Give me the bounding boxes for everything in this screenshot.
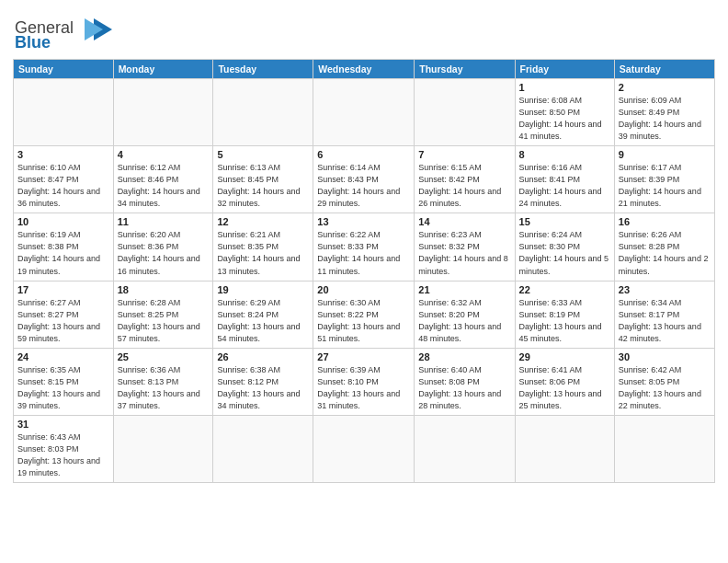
- day-info: Sunrise: 6:15 AM Sunset: 8:42 PM Dayligh…: [418, 162, 510, 210]
- col-header-saturday: Saturday: [614, 60, 714, 79]
- page: General Blue SundayMondayTuesdayWednesda…: [0, 0, 728, 563]
- calendar-cell: 10Sunrise: 6:19 AM Sunset: 8:38 PM Dayli…: [14, 213, 114, 281]
- day-number: 25: [118, 351, 210, 362]
- calendar-cell: 27Sunrise: 6:39 AM Sunset: 8:10 PM Dayli…: [313, 348, 415, 415]
- calendar-cell: 8Sunrise: 6:16 AM Sunset: 8:41 PM Daylig…: [515, 146, 614, 213]
- calendar-cell: 23Sunrise: 6:34 AM Sunset: 8:17 PM Dayli…: [614, 281, 714, 348]
- day-info: Sunrise: 6:17 AM Sunset: 8:39 PM Dayligh…: [619, 162, 711, 210]
- day-number: 22: [519, 284, 610, 295]
- calendar-week-row: 17Sunrise: 6:27 AM Sunset: 8:27 PM Dayli…: [14, 281, 715, 348]
- calendar-cell: [415, 415, 515, 482]
- day-number: 13: [317, 216, 410, 227]
- calendar-cell: [515, 415, 614, 482]
- day-number: 14: [418, 216, 510, 227]
- day-info: Sunrise: 6:21 AM Sunset: 8:35 PM Dayligh…: [217, 229, 309, 277]
- col-header-friday: Friday: [515, 60, 614, 79]
- day-info: Sunrise: 6:30 AM Sunset: 8:22 PM Dayligh…: [317, 297, 410, 345]
- day-number: 28: [418, 351, 510, 362]
- calendar-cell: 19Sunrise: 6:29 AM Sunset: 8:24 PM Dayli…: [213, 281, 313, 348]
- calendar-cell: 3Sunrise: 6:10 AM Sunset: 8:47 PM Daylig…: [14, 146, 114, 213]
- calendar-cell: 18Sunrise: 6:28 AM Sunset: 8:25 PM Dayli…: [113, 281, 213, 348]
- day-info: Sunrise: 6:29 AM Sunset: 8:24 PM Dayligh…: [217, 297, 309, 345]
- calendar-cell: [614, 415, 714, 482]
- day-number: 8: [519, 149, 610, 160]
- logo-wordmark: General Blue: [13, 9, 114, 53]
- calendar-cell: 16Sunrise: 6:26 AM Sunset: 8:28 PM Dayli…: [614, 213, 714, 281]
- calendar-cell: [14, 79, 114, 146]
- day-info: Sunrise: 6:32 AM Sunset: 8:20 PM Dayligh…: [418, 297, 510, 345]
- calendar-cell: 20Sunrise: 6:30 AM Sunset: 8:22 PM Dayli…: [313, 281, 415, 348]
- calendar-cell: [313, 415, 415, 482]
- calendar-cell: 12Sunrise: 6:21 AM Sunset: 8:35 PM Dayli…: [213, 213, 313, 281]
- day-number: 5: [217, 149, 309, 160]
- day-number: 15: [519, 216, 610, 227]
- day-number: 20: [317, 284, 410, 295]
- calendar-cell: 17Sunrise: 6:27 AM Sunset: 8:27 PM Dayli…: [14, 281, 114, 348]
- day-number: 29: [519, 351, 610, 362]
- calendar-week-row: 1Sunrise: 6:08 AM Sunset: 8:50 PM Daylig…: [14, 79, 715, 146]
- day-number: 2: [619, 82, 711, 93]
- day-info: Sunrise: 6:34 AM Sunset: 8:17 PM Dayligh…: [619, 297, 711, 345]
- calendar-cell: 29Sunrise: 6:41 AM Sunset: 8:06 PM Dayli…: [515, 348, 614, 415]
- day-info: Sunrise: 6:13 AM Sunset: 8:45 PM Dayligh…: [217, 162, 309, 210]
- day-info: Sunrise: 6:33 AM Sunset: 8:19 PM Dayligh…: [519, 297, 610, 345]
- calendar-cell: 15Sunrise: 6:24 AM Sunset: 8:30 PM Dayli…: [515, 213, 614, 281]
- calendar-header-row: SundayMondayTuesdayWednesdayThursdayFrid…: [14, 60, 715, 79]
- calendar-cell: 22Sunrise: 6:33 AM Sunset: 8:19 PM Dayli…: [515, 281, 614, 348]
- col-header-wednesday: Wednesday: [313, 60, 415, 79]
- day-info: Sunrise: 6:12 AM Sunset: 8:46 PM Dayligh…: [118, 162, 210, 210]
- logo: General Blue: [13, 9, 114, 53]
- calendar-cell: 4Sunrise: 6:12 AM Sunset: 8:46 PM Daylig…: [113, 146, 213, 213]
- col-header-monday: Monday: [113, 60, 213, 79]
- calendar-cell: 30Sunrise: 6:42 AM Sunset: 8:05 PM Dayli…: [614, 348, 714, 415]
- day-info: Sunrise: 6:42 AM Sunset: 8:05 PM Dayligh…: [619, 364, 711, 412]
- day-info: Sunrise: 6:19 AM Sunset: 8:38 PM Dayligh…: [17, 229, 109, 277]
- day-info: Sunrise: 6:23 AM Sunset: 8:32 PM Dayligh…: [418, 229, 510, 277]
- calendar-cell: 7Sunrise: 6:15 AM Sunset: 8:42 PM Daylig…: [415, 146, 515, 213]
- day-info: Sunrise: 6:43 AM Sunset: 8:03 PM Dayligh…: [17, 431, 109, 479]
- day-number: 26: [217, 351, 309, 362]
- calendar-week-row: 31Sunrise: 6:43 AM Sunset: 8:03 PM Dayli…: [14, 415, 715, 482]
- col-header-sunday: Sunday: [14, 60, 114, 79]
- day-info: Sunrise: 6:38 AM Sunset: 8:12 PM Dayligh…: [217, 364, 309, 412]
- day-number: 17: [17, 284, 109, 295]
- day-number: 21: [418, 284, 510, 295]
- calendar-cell: 14Sunrise: 6:23 AM Sunset: 8:32 PM Dayli…: [415, 213, 515, 281]
- day-number: 12: [217, 216, 309, 227]
- day-info: Sunrise: 6:08 AM Sunset: 8:50 PM Dayligh…: [519, 95, 610, 143]
- calendar-cell: 24Sunrise: 6:35 AM Sunset: 8:15 PM Dayli…: [14, 348, 114, 415]
- calendar-cell: [213, 79, 313, 146]
- calendar-cell: [415, 79, 515, 146]
- day-number: 9: [619, 149, 711, 160]
- day-info: Sunrise: 6:41 AM Sunset: 8:06 PM Dayligh…: [519, 364, 610, 412]
- day-number: 10: [17, 216, 109, 227]
- day-number: 4: [118, 149, 210, 160]
- calendar-cell: 5Sunrise: 6:13 AM Sunset: 8:45 PM Daylig…: [213, 146, 313, 213]
- day-info: Sunrise: 6:24 AM Sunset: 8:30 PM Dayligh…: [519, 229, 610, 277]
- calendar-week-row: 24Sunrise: 6:35 AM Sunset: 8:15 PM Dayli…: [14, 348, 715, 415]
- calendar-cell: 9Sunrise: 6:17 AM Sunset: 8:39 PM Daylig…: [614, 146, 714, 213]
- calendar-cell: 2Sunrise: 6:09 AM Sunset: 8:49 PM Daylig…: [614, 79, 714, 146]
- calendar-cell: 28Sunrise: 6:40 AM Sunset: 8:08 PM Dayli…: [415, 348, 515, 415]
- day-info: Sunrise: 6:26 AM Sunset: 8:28 PM Dayligh…: [619, 229, 711, 277]
- day-number: 19: [217, 284, 309, 295]
- day-number: 7: [418, 149, 510, 160]
- calendar-table: SundayMondayTuesdayWednesdayThursdayFrid…: [13, 59, 715, 483]
- day-number: 6: [317, 149, 410, 160]
- day-number: 11: [118, 216, 210, 227]
- day-info: Sunrise: 6:28 AM Sunset: 8:25 PM Dayligh…: [118, 297, 210, 345]
- calendar-cell: 25Sunrise: 6:36 AM Sunset: 8:13 PM Dayli…: [113, 348, 213, 415]
- calendar-cell: [213, 415, 313, 482]
- calendar-cell: [313, 79, 415, 146]
- day-info: Sunrise: 6:10 AM Sunset: 8:47 PM Dayligh…: [17, 162, 109, 210]
- day-number: 24: [17, 351, 109, 362]
- day-info: Sunrise: 6:09 AM Sunset: 8:49 PM Dayligh…: [619, 95, 711, 143]
- calendar-cell: 26Sunrise: 6:38 AM Sunset: 8:12 PM Dayli…: [213, 348, 313, 415]
- calendar-week-row: 10Sunrise: 6:19 AM Sunset: 8:38 PM Dayli…: [14, 213, 715, 281]
- day-info: Sunrise: 6:22 AM Sunset: 8:33 PM Dayligh…: [317, 229, 410, 277]
- day-info: Sunrise: 6:20 AM Sunset: 8:36 PM Dayligh…: [118, 229, 210, 277]
- day-info: Sunrise: 6:14 AM Sunset: 8:43 PM Dayligh…: [317, 162, 410, 210]
- calendar-cell: 11Sunrise: 6:20 AM Sunset: 8:36 PM Dayli…: [113, 213, 213, 281]
- header: General Blue: [13, 9, 715, 53]
- calendar-cell: 13Sunrise: 6:22 AM Sunset: 8:33 PM Dayli…: [313, 213, 415, 281]
